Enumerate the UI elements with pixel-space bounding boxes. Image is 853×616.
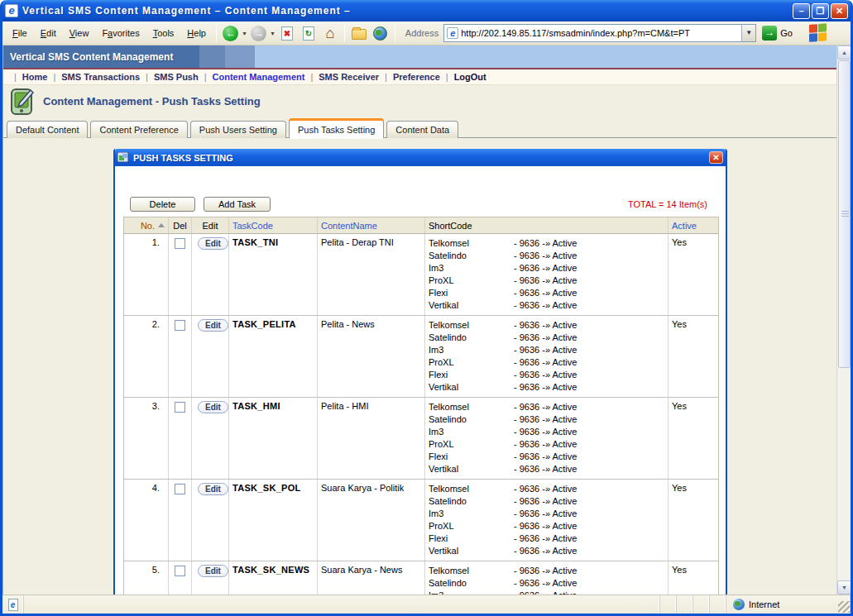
nav-item-content-management[interactable]: Content Management bbox=[213, 72, 305, 82]
delete-checkbox[interactable] bbox=[175, 566, 185, 576]
delete-checkbox[interactable] bbox=[175, 320, 185, 331]
operator-name: Telkomsel bbox=[429, 401, 514, 413]
scrollbar-thumb[interactable] bbox=[838, 60, 851, 368]
column-header-del: Del bbox=[169, 217, 192, 233]
shortcode-line: Telkomsel- 9636 -» Active bbox=[429, 483, 664, 495]
shortcode-status: - 9636 -» Active bbox=[514, 237, 577, 250]
operator-name: Vertikal bbox=[429, 299, 514, 312]
scroll-up-icon[interactable]: ▲ bbox=[837, 45, 851, 60]
operator-name: ProXL bbox=[429, 275, 514, 287]
shortcode-status: - 9636 -» Active bbox=[514, 319, 577, 332]
active-flag: Yes bbox=[669, 316, 718, 397]
row-number: 1. bbox=[124, 234, 169, 315]
nav-item-preference[interactable]: Preference bbox=[393, 72, 440, 82]
nav-item-logout[interactable]: LogOut bbox=[454, 72, 486, 82]
shortcode-line: Flexi- 9636 -» Active bbox=[429, 369, 664, 381]
operator-name: Telkomsel bbox=[429, 237, 514, 250]
favorites-folder-button[interactable] bbox=[350, 24, 368, 42]
address-input[interactable] bbox=[461, 26, 741, 41]
back-button[interactable]: ← bbox=[222, 24, 240, 42]
close-button[interactable]: ✕ bbox=[831, 3, 848, 19]
shortcode-status: - 9636 -» Active bbox=[514, 565, 577, 577]
edit-cell: Edit bbox=[192, 480, 229, 561]
stop-button[interactable]: ✖ bbox=[278, 24, 296, 42]
home-button[interactable]: ⌂ bbox=[321, 24, 339, 42]
edit-cell: Edit bbox=[192, 398, 229, 479]
app-banner: Vertical SMS Content Management bbox=[3, 45, 836, 68]
column-header-taskcode[interactable]: TaskCode bbox=[229, 217, 318, 233]
shortcode-status: - 9636 -» Active bbox=[514, 401, 577, 413]
status-cell bbox=[677, 595, 693, 614]
table-row: 4.EditTASK_SK_POLSuara Karya - PolitikTe… bbox=[124, 480, 718, 561]
tab-content-preference[interactable]: Content Preference bbox=[90, 121, 187, 138]
vertical-scrollbar[interactable]: ▲ ▼ bbox=[836, 45, 851, 595]
menu-favorites[interactable]: Favorites bbox=[95, 26, 146, 41]
shortcode-line: Telkomsel- 9636 -» Active bbox=[429, 319, 664, 332]
nav-item-sms-receiver[interactable]: SMS Receiver bbox=[319, 72, 379, 82]
column-header-no[interactable]: No. bbox=[124, 217, 169, 233]
tab-push-tasks-setting[interactable]: Push Tasks Setting bbox=[289, 118, 384, 138]
edit-button[interactable]: Edit bbox=[198, 319, 228, 332]
forward-button[interactable]: → bbox=[250, 24, 268, 42]
address-bar: e ▼ bbox=[443, 24, 756, 42]
nav-item-home[interactable]: Home bbox=[22, 72, 48, 82]
tab-content-data[interactable]: Content Data bbox=[386, 121, 458, 138]
operator-name: Im3 bbox=[429, 426, 514, 438]
shortcode-status: - 9636 -» Active bbox=[514, 381, 577, 394]
web-page: Vertical SMS Content Management |Home|SM… bbox=[2, 45, 836, 595]
home-icon: ⌂ bbox=[325, 26, 334, 41]
tab-push-users-setting[interactable]: Push Users Setting bbox=[190, 121, 286, 138]
forward-dropdown-icon[interactable]: ▼ bbox=[270, 31, 276, 36]
maximize-button[interactable]: ❐ bbox=[812, 3, 829, 19]
shortcode-line: Satelindo- 9636 -» Active bbox=[429, 413, 664, 426]
tab-default-content[interactable]: Default Content bbox=[7, 121, 88, 138]
content-name: Suara Karya - News bbox=[318, 561, 425, 595]
menu-view[interactable]: View bbox=[63, 26, 96, 41]
column-header-contentname[interactable]: ContentName bbox=[318, 217, 425, 233]
operator-name: Satelindo bbox=[429, 332, 514, 344]
resize-grip[interactable] bbox=[838, 601, 850, 613]
operator-name: Im3 bbox=[429, 508, 514, 520]
history-button[interactable] bbox=[371, 24, 390, 42]
edit-button[interactable]: Edit bbox=[198, 565, 228, 577]
shortcode-line: Flexi- 9636 -» Active bbox=[429, 532, 664, 545]
scroll-down-icon[interactable]: ▼ bbox=[837, 580, 851, 595]
back-dropdown-icon[interactable]: ▼ bbox=[242, 31, 247, 36]
column-header-shortcode: ShortCode bbox=[425, 217, 669, 233]
shortcode-line: Vertikal- 9636 -» Active bbox=[429, 463, 664, 475]
minimize-button[interactable]: – bbox=[793, 3, 810, 19]
add-task-button[interactable]: Add Task bbox=[204, 197, 271, 212]
shortcode-line: Vertikal- 9636 -» Active bbox=[429, 545, 664, 557]
shortcode-line: ProXL- 9636 -» Active bbox=[429, 356, 664, 369]
operator-name: Telkomsel bbox=[429, 319, 514, 332]
column-header-active[interactable]: Active bbox=[669, 217, 718, 233]
operator-name: Im3 bbox=[429, 344, 514, 356]
delete-button[interactable]: Delete bbox=[130, 197, 195, 212]
menu-file[interactable]: File bbox=[6, 26, 34, 41]
task-code: TASK_SK_POL bbox=[229, 480, 318, 561]
table-row: 1.EditTASK_TNIPelita - Derap TNITelkomse… bbox=[124, 234, 718, 316]
go-button[interactable]: → Go bbox=[761, 25, 798, 41]
delete-checkbox[interactable] bbox=[175, 402, 185, 413]
edit-button[interactable]: Edit bbox=[198, 483, 228, 495]
dialog-close-icon[interactable]: ✕ bbox=[709, 151, 723, 164]
menu-tools[interactable]: Tools bbox=[146, 26, 181, 41]
edit-button[interactable]: Edit bbox=[198, 237, 228, 250]
menu-help[interactable]: Help bbox=[180, 26, 213, 41]
nav-item-sms-push[interactable]: SMS Push bbox=[154, 72, 199, 82]
scrollbar-grip bbox=[841, 211, 849, 217]
shortcode-status: - 9636 -» Active bbox=[514, 463, 577, 475]
nav-separator: | bbox=[14, 72, 17, 82]
refresh-button[interactable]: ↻ bbox=[300, 24, 318, 42]
menu-edit[interactable]: Edit bbox=[34, 26, 63, 41]
nav-item-sms-transactions[interactable]: SMS Transactions bbox=[61, 72, 140, 82]
shortcode-status: - 9636 -» Active bbox=[514, 520, 577, 532]
address-dropdown-button[interactable]: ▼ bbox=[741, 25, 755, 41]
active-flag: Yes bbox=[669, 561, 718, 595]
delete-checkbox[interactable] bbox=[175, 238, 185, 249]
delete-checkbox[interactable] bbox=[175, 484, 185, 494]
edit-button[interactable]: Edit bbox=[198, 401, 228, 413]
nav-separator: | bbox=[204, 72, 207, 82]
status-page-cell: e bbox=[2, 595, 24, 614]
forward-arrow-icon: → bbox=[251, 26, 266, 41]
